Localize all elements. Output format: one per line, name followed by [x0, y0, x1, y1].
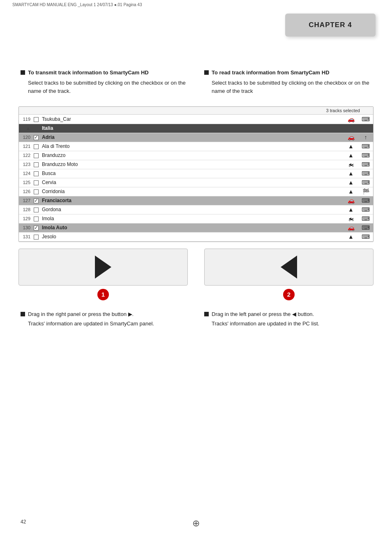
row-number: 131 [19, 232, 32, 241]
track-name[interactable]: Corridonia [40, 187, 344, 196]
file-ref: SMARTYCAM HD MANUALE ENG _Layout 1 24/07… [0, 0, 392, 9]
track-name[interactable]: Cervia [40, 178, 344, 187]
table-row[interactable]: 121Ala di Trento▲⌨ [19, 142, 373, 151]
track-name[interactable]: Branduzzo [40, 151, 344, 160]
track-name[interactable]: Italia [40, 124, 344, 133]
track-name[interactable]: Jesolo [40, 232, 344, 241]
track-icon2: ⌨ [358, 205, 373, 214]
table-row[interactable]: 128Gordona▲⌨ [19, 205, 373, 214]
track-name[interactable]: Imola [40, 214, 344, 223]
track-icon2: ⌨ [358, 169, 373, 178]
checkbox-icon[interactable] [34, 235, 39, 240]
checkbox-icon[interactable] [34, 189, 39, 194]
table-row[interactable]: 123Branduzzo Moto🏍⌨ [19, 160, 373, 169]
play-icon [95, 256, 111, 279]
row-checkbox[interactable] [32, 223, 40, 232]
checkbox-icon[interactable] [34, 117, 39, 122]
table-row[interactable]: 127Franciacorta🚗⌨ [19, 196, 373, 205]
track-icon2: ⌨ [358, 223, 373, 232]
table-row[interactable]: 126Corridonia▲🏁 [19, 187, 373, 196]
instr-left-title: To transmit track information to SmartyC… [21, 69, 188, 76]
checkbox-icon[interactable] [34, 198, 39, 203]
table-row[interactable]: 120Adria🚗↑ [19, 133, 373, 142]
checkbox-icon[interactable] [34, 135, 39, 140]
row-checkbox[interactable] [32, 196, 40, 205]
row-checkbox[interactable] [32, 124, 40, 133]
row-checkbox[interactable] [32, 169, 40, 178]
track-name[interactable]: Gordona [40, 205, 344, 214]
checkbox-icon[interactable] [34, 207, 39, 212]
checkbox-icon[interactable] [34, 144, 39, 149]
row-number: 126 [19, 187, 32, 196]
checkbox-icon[interactable] [34, 162, 39, 167]
page-number: 42 [21, 519, 26, 525]
instructions-section: To transmit track information to SmartyC… [0, 61, 392, 99]
track-icon1: 🏍 [344, 160, 358, 169]
track-name[interactable]: Tsukuba_Car [40, 115, 344, 124]
row-number: 130 [19, 223, 32, 232]
row-checkbox[interactable] [32, 232, 40, 241]
track-icon2: ⌨ [358, 196, 373, 205]
track-name[interactable]: Franciacorta [40, 196, 344, 205]
row-checkbox[interactable] [32, 151, 40, 160]
checkbox-icon[interactable] [34, 153, 39, 158]
track-icon2 [358, 124, 373, 133]
track-icon1: 🏍 [344, 214, 358, 223]
row-checkbox[interactable] [32, 133, 40, 142]
bottom-instr-left-body: Tracks' information are updated in Smart… [28, 320, 188, 328]
row-checkbox[interactable] [32, 178, 40, 187]
row-number: 121 [19, 142, 32, 151]
track-name[interactable]: Imola Auto [40, 223, 344, 232]
table-row[interactable]: 130Imola Auto🚗⌨ [19, 223, 373, 232]
track-icon2: ⌨ [358, 142, 373, 151]
instr-right-title: To read track information from SmartyCam… [204, 69, 371, 76]
row-number: 128 [19, 205, 32, 214]
panel-number-2: 2 [283, 289, 295, 300]
transmit-button-panel[interactable] [18, 249, 188, 286]
table-row[interactable]: 131Jesolo▲⌨ [19, 232, 373, 241]
right-panel-col: 2 [204, 249, 374, 300]
instr-right-body: Select tracks to be submitted by clickin… [212, 79, 371, 95]
table-row[interactable]: 122Branduzzo▲⌨ [19, 151, 373, 160]
track-table: 119Tsukuba_Car🚗⌨▲Italia120Adria🚗↑121Ala … [19, 115, 373, 242]
table-row[interactable]: 119Tsukuba_Car🚗⌨ [19, 115, 373, 124]
track-icon1: 🚗 [344, 133, 358, 142]
row-checkbox[interactable] [32, 160, 40, 169]
bottom-instr-right-body: Tracks' information are updated in the P… [212, 320, 371, 328]
table-row[interactable]: ▲Italia [19, 124, 373, 133]
row-number: 125 [19, 178, 32, 187]
track-icon1: 🚗 [344, 115, 358, 124]
bottom-instr-right: Drag in the left panel or press the ◀ bu… [204, 311, 371, 328]
checkbox-icon[interactable] [34, 226, 39, 230]
track-name[interactable]: Adria [40, 133, 344, 142]
receive-button-panel[interactable] [204, 249, 374, 286]
back-icon [281, 256, 297, 279]
track-icon1: ▲ [344, 178, 358, 187]
row-checkbox[interactable] [32, 115, 40, 124]
left-panel-col: 1 [18, 249, 188, 300]
checkbox-icon[interactable] [34, 217, 39, 221]
row-number: 124 [19, 169, 32, 178]
checkbox-icon[interactable] [34, 180, 39, 185]
instr-right: To read track information from SmartyCam… [204, 69, 371, 95]
track-icon2: ⌨ [358, 232, 373, 241]
row-number: 127 [19, 196, 32, 205]
track-icon2: ⌨ [358, 151, 373, 160]
bullet-icon-br [204, 312, 209, 316]
track-name[interactable]: Ala di Trento [40, 142, 344, 151]
row-checkbox[interactable] [32, 187, 40, 196]
table-row[interactable]: 124Busca▲⌨ [19, 169, 373, 178]
track-icon1: ▲ [344, 142, 358, 151]
track-name[interactable]: Branduzzo Moto [40, 160, 344, 169]
track-name[interactable]: Busca [40, 169, 344, 178]
track-table-wrapper: 3 tracks selected 119Tsukuba_Car🚗⌨▲Itali… [18, 106, 374, 242]
row-checkbox[interactable] [32, 205, 40, 214]
row-checkbox[interactable] [32, 142, 40, 151]
bullet-icon-bl [21, 312, 25, 316]
table-row[interactable]: 125Cervia▲⌨ [19, 178, 373, 187]
track-icon1: ▲ [344, 169, 358, 178]
table-row[interactable]: 129Imola🏍⌨ [19, 214, 373, 223]
row-checkbox[interactable] [32, 214, 40, 223]
checkbox-icon[interactable] [34, 171, 39, 176]
track-icon2: ⌨ [358, 115, 373, 124]
